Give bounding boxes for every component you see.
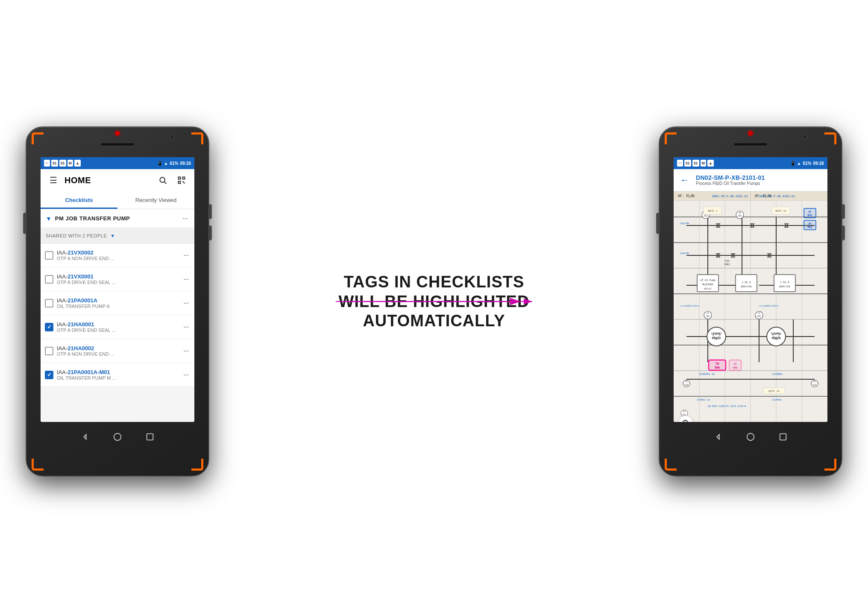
status-bar-right: ··· 31 31 M ▲ 📱 ▲ 61% 09:26 bbox=[674, 157, 827, 169]
item-more-2[interactable]: ··· bbox=[182, 273, 190, 285]
recents-button-right[interactable] bbox=[775, 429, 791, 445]
item-more-6[interactable]: ··· bbox=[182, 369, 190, 381]
scan-button[interactable] bbox=[174, 173, 189, 188]
list-item[interactable]: IAA-21PA0001A OIL TRANSFER PUMP A ··· bbox=[41, 291, 194, 315]
section-title: PM JOB TRANSFER PUMP bbox=[55, 215, 177, 222]
home-button-right[interactable] bbox=[743, 429, 758, 445]
svg-text:906: 906 bbox=[733, 366, 738, 369]
item-more-3[interactable]: ··· bbox=[182, 297, 190, 309]
menu-button[interactable]: ☰ bbox=[46, 173, 61, 188]
item-subtitle-1: OTP A NON DRIVE END ... bbox=[57, 256, 178, 261]
side-button-right-1[interactable] bbox=[208, 204, 212, 219]
checkbox-6[interactable] bbox=[45, 371, 53, 379]
checkbox-5[interactable] bbox=[45, 347, 53, 355]
svg-text:3001: 3001 bbox=[724, 263, 730, 266]
svg-text:BLOCKED: BLOCKED bbox=[702, 283, 713, 286]
list-item[interactable]: IAA-21HA0001 OTP A DRIVE END SEAL ... ··… bbox=[41, 315, 194, 339]
item-title-4: IAA-21HA0001 bbox=[57, 321, 178, 328]
item-text-6: IAA-21PA0001A-M01 OIL TRANSFER PUMP M ..… bbox=[57, 369, 178, 381]
status-wifi: ▲ bbox=[164, 161, 168, 166]
status-icon-31a: 31 bbox=[51, 160, 58, 167]
right-device: ··· 31 31 M ▲ 📱 ▲ 61% 09:26 ← DN02-SM-P-… bbox=[659, 126, 842, 477]
home-button-left[interactable] bbox=[110, 429, 125, 445]
pid-diagram[interactable]: HF. PLAN HF. PLAN DN02-SM-P-XB-4302-01 D… bbox=[674, 191, 827, 422]
svg-text:OUTLET: OUTLET bbox=[704, 287, 712, 290]
svg-point-0 bbox=[160, 177, 165, 182]
status-icon-31b: 31 bbox=[59, 160, 66, 167]
checkbox-3[interactable] bbox=[45, 299, 53, 307]
item-text-1: IAA-21VX0002 OTP A NON DRIVE END ... bbox=[57, 249, 178, 261]
center-label: TAGS IN CHECKLISTS WILL BE HIGHLIGHTED A… bbox=[339, 272, 530, 331]
svg-text:302: 302 bbox=[738, 214, 742, 217]
item-text-3: IAA-21PA0001A OIL TRANSFER PUMP A bbox=[57, 297, 178, 309]
svg-rect-3 bbox=[183, 177, 185, 179]
section-more-button[interactable]: ··· bbox=[181, 212, 189, 225]
item-title-1: IAA-21VX0002 bbox=[57, 249, 178, 256]
search-button[interactable] bbox=[155, 173, 170, 188]
svg-text:21CHR01: 21CHR01 bbox=[772, 372, 783, 375]
svg-text:21PA: 21PA bbox=[713, 332, 721, 336]
back-button-right[interactable] bbox=[710, 429, 726, 445]
svg-text:cx×2x0001×703×V: cx×2x0001×703×V bbox=[759, 304, 778, 307]
back-button-pid[interactable]: ← bbox=[677, 173, 692, 188]
list-item[interactable]: IAA-21VX0002 OTP A NON DRIVE END ... ··· bbox=[41, 243, 194, 267]
status-icon-31b-r: 31 bbox=[692, 160, 699, 167]
svg-text:FI: FI bbox=[758, 312, 760, 314]
svg-text:1 K2 6: 1 K2 6 bbox=[742, 281, 751, 284]
item-title-5: IAA-21HA0002 bbox=[57, 345, 178, 351]
status-icon-dots: ··· bbox=[44, 160, 50, 167]
status-icon-mail-r: M bbox=[701, 160, 707, 167]
list-item[interactable]: IAA-21HA0002 OTP A NON DRIVE END ... ··· bbox=[41, 339, 194, 363]
svg-text:A3021MN: A3021MN bbox=[680, 222, 689, 225]
shared-expand-icon[interactable]: ▼ bbox=[110, 233, 115, 238]
status-left-icons-right: ··· 31 31 M ▲ bbox=[677, 160, 789, 167]
svg-text:302: 302 bbox=[704, 214, 707, 217]
pid-svg: HF. PLAN HF. PLAN DN02-SM-P-XB-4302-01 D… bbox=[674, 191, 827, 422]
status-time: 09:26 bbox=[180, 161, 191, 166]
side-button-left-right[interactable] bbox=[656, 213, 660, 234]
svg-text:6CHE002-1A: 6CHE002-1A bbox=[699, 372, 715, 375]
item-more-5[interactable]: ··· bbox=[182, 345, 190, 357]
speaker-right bbox=[733, 143, 768, 146]
shared-label: SHARED WITH 2 PEOPLE bbox=[46, 233, 107, 238]
item-more-4[interactable]: ··· bbox=[182, 321, 190, 333]
svg-line-1 bbox=[164, 182, 167, 184]
item-title-2: IAA-21VX0001 bbox=[57, 273, 178, 280]
center-title: TAGS IN CHECKLISTS WILL BE HIGHLIGHTED A… bbox=[339, 272, 530, 331]
svg-text:302: 302 bbox=[757, 315, 761, 317]
item-title-3: IAA-21PA0001A bbox=[57, 297, 178, 304]
svg-text:A3031MN: A3031MN bbox=[680, 252, 689, 255]
svg-rect-122 bbox=[780, 434, 786, 440]
checkbox-2[interactable] bbox=[45, 275, 53, 284]
pid-sub-title: Process P&ID Oil Transfer Pumps bbox=[696, 181, 824, 186]
svg-text:LP-41-Pump: LP-41-Pump bbox=[700, 278, 716, 282]
tab-checklists[interactable]: Checklists bbox=[41, 191, 117, 209]
svg-text:302: 302 bbox=[706, 315, 710, 317]
svg-point-121 bbox=[747, 433, 754, 441]
svg-text:ZI: ZI bbox=[685, 380, 688, 383]
item-more-1[interactable]: ··· bbox=[182, 249, 190, 261]
status-icon-dots-r: ··· bbox=[677, 160, 683, 167]
side-button-right-right-2[interactable] bbox=[842, 225, 845, 240]
recents-button-left[interactable] bbox=[142, 429, 158, 445]
svg-text:1 K2 6: 1 K2 6 bbox=[780, 281, 789, 284]
side-button-right-2[interactable] bbox=[208, 225, 212, 240]
list-item[interactable]: IAA-21PA0001A-M01 OIL TRANSFER PUMP M ..… bbox=[41, 363, 194, 387]
svg-text:FSV: FSV bbox=[725, 259, 730, 262]
checkbox-1[interactable] bbox=[45, 251, 53, 260]
svg-text:Z1: Z1 bbox=[683, 410, 686, 413]
svg-text:XT: XT bbox=[808, 222, 812, 225]
list-item[interactable]: IAA-21VX0001 OTP A DRIVE END SEAL ... ··… bbox=[41, 267, 194, 291]
tab-recently-viewed[interactable]: Recently Viewed bbox=[117, 191, 194, 209]
collapse-icon[interactable]: ▼ bbox=[46, 215, 52, 222]
status-bar-left: ··· 31 31 M ▲ 📱 ▲ 61% 09:26 bbox=[41, 157, 194, 169]
side-button-right-right-1[interactable] bbox=[842, 204, 845, 219]
checkbox-4[interactable] bbox=[45, 323, 53, 331]
item-subtitle-5: OTP A NON DRIVE END ... bbox=[57, 351, 178, 357]
status-right-icons-right: 📱 ▲ 61% 09:26 bbox=[790, 161, 824, 166]
side-button-left[interactable] bbox=[23, 213, 26, 234]
back-button-left[interactable] bbox=[77, 429, 93, 445]
svg-text:21CHV01: 21CHV01 bbox=[772, 398, 782, 401]
status-icon-31a-r: 31 bbox=[684, 160, 691, 167]
pid-titles: DN02-SM-P-XB-2101-01 Process P&ID Oil Tr… bbox=[696, 174, 824, 186]
